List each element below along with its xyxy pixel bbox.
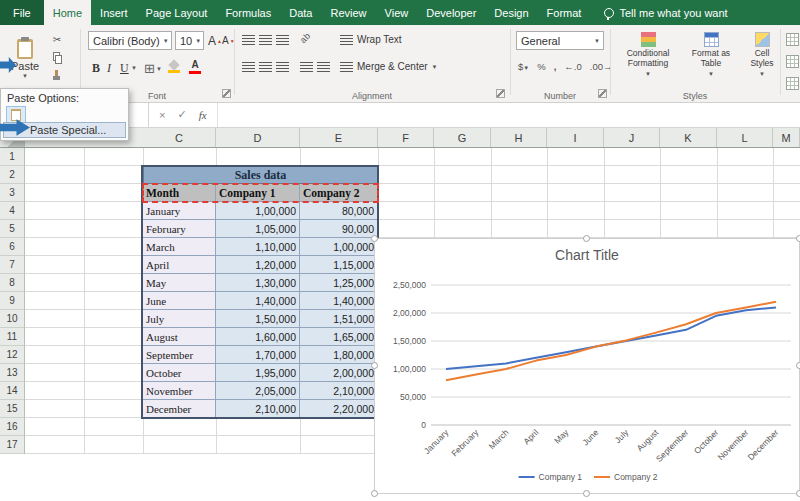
column-header-H[interactable]: H bbox=[491, 128, 547, 147]
tab-developer[interactable]: Developer bbox=[417, 0, 485, 25]
chart-handle-bottom-right[interactable] bbox=[796, 490, 800, 497]
tab-design[interactable]: Design bbox=[485, 0, 537, 25]
italic-button[interactable]: I bbox=[107, 61, 111, 76]
underline-button[interactable]: U bbox=[120, 61, 129, 76]
column-header-G[interactable]: G bbox=[434, 128, 491, 147]
copy-button[interactable] bbox=[48, 50, 66, 65]
row-header-10[interactable]: 10 bbox=[0, 310, 24, 328]
cell-C12[interactable]: September bbox=[143, 346, 216, 364]
delete-cells-icon[interactable] bbox=[786, 55, 799, 68]
column-header-F[interactable]: F bbox=[378, 128, 434, 147]
cell-E12[interactable]: 1,80,000 bbox=[300, 346, 378, 364]
align-right-button[interactable] bbox=[276, 62, 289, 72]
tab-file[interactable]: File bbox=[0, 0, 44, 25]
cell-sales-data-title[interactable]: Sales data bbox=[143, 166, 378, 184]
chart-title[interactable]: Chart Title bbox=[375, 247, 799, 263]
cell-D4[interactable]: 1,00,000 bbox=[216, 202, 300, 220]
tab-review[interactable]: Review bbox=[321, 0, 375, 25]
tab-insert[interactable]: Insert bbox=[91, 0, 137, 25]
cell-E9[interactable]: 1,40,000 bbox=[300, 292, 378, 310]
cell-E13[interactable]: 2,00,000 bbox=[300, 364, 378, 382]
cell-D7[interactable]: 1,20,000 bbox=[216, 256, 300, 274]
fill-color-button[interactable] bbox=[167, 61, 181, 73]
decrease-font-size-button[interactable]: A▼ bbox=[222, 35, 235, 46]
borders-button[interactable]: ⊞▼ bbox=[144, 61, 162, 76]
cut-button[interactable]: ✂ bbox=[48, 32, 66, 47]
number-format-combo[interactable]: General▼ bbox=[516, 31, 604, 50]
row-header-14[interactable]: 14 bbox=[0, 382, 24, 400]
cell-C5[interactable]: February bbox=[143, 220, 216, 238]
column-header-L[interactable]: L bbox=[717, 128, 773, 147]
cell-styles-button[interactable]: Cell Styles ▼ bbox=[742, 30, 782, 96]
conditional-formatting-button[interactable]: Conditional Formatting ▼ bbox=[616, 30, 680, 96]
chart-handle-top-left[interactable] bbox=[371, 235, 378, 242]
cell-E5[interactable]: 90,000 bbox=[300, 220, 378, 238]
column-header-M[interactable]: M bbox=[773, 128, 800, 147]
cell-E7[interactable]: 1,15,000 bbox=[300, 256, 378, 274]
row-header-4[interactable]: 4 bbox=[0, 202, 24, 220]
cell-D14[interactable]: 2,05,000 bbox=[216, 382, 300, 400]
row-header-5[interactable]: 5 bbox=[0, 220, 24, 238]
cell-C10[interactable]: July bbox=[143, 310, 216, 328]
row-header-15[interactable]: 15 bbox=[0, 400, 24, 418]
align-bottom-button[interactable] bbox=[276, 35, 289, 45]
tab-page-layout[interactable]: Page Layout bbox=[137, 0, 217, 25]
cell-C6[interactable]: March bbox=[143, 238, 216, 256]
orientation-button[interactable]: ab bbox=[298, 31, 312, 45]
cell-E6[interactable]: 1,00,000 bbox=[300, 238, 378, 256]
column-header-E[interactable]: E bbox=[300, 128, 378, 147]
alignment-dialog-launcher[interactable] bbox=[496, 89, 505, 98]
insert-cells-icon[interactable] bbox=[786, 33, 799, 46]
row-header-8[interactable]: 8 bbox=[0, 274, 24, 292]
insert-function-button[interactable]: fx bbox=[199, 109, 207, 121]
row-header-16[interactable]: 16 bbox=[0, 418, 24, 436]
merge-center-button[interactable]: Merge & Center ▼ bbox=[340, 61, 438, 72]
row-header-7[interactable]: 7 bbox=[0, 256, 24, 274]
chart-handle-bottom-left[interactable] bbox=[371, 490, 378, 497]
align-center-button[interactable] bbox=[259, 62, 272, 72]
cell-D12[interactable]: 1,70,000 bbox=[216, 346, 300, 364]
cell-D9[interactable]: 1,40,000 bbox=[216, 292, 300, 310]
font-size-combo[interactable]: 10▼ bbox=[175, 31, 204, 50]
row-header-11[interactable]: 11 bbox=[0, 328, 24, 346]
cell-header-month[interactable]: Month bbox=[143, 184, 216, 202]
cell-D5[interactable]: 1,05,000 bbox=[216, 220, 300, 238]
cell-C4[interactable]: January bbox=[143, 202, 216, 220]
tab-view[interactable]: View bbox=[376, 0, 418, 25]
enter-button[interactable]: ✓ bbox=[177, 108, 186, 121]
font-dialog-launcher[interactable] bbox=[222, 89, 231, 98]
cell-C8[interactable]: May bbox=[143, 274, 216, 292]
row-header-1[interactable]: 1 bbox=[0, 148, 24, 166]
align-top-button[interactable] bbox=[242, 35, 255, 45]
increase-font-size-button[interactable]: A▲ bbox=[208, 34, 222, 48]
cell-C13[interactable]: October bbox=[143, 364, 216, 382]
tab-home[interactable]: Home bbox=[44, 0, 91, 25]
wrap-text-button[interactable]: Wrap Text bbox=[340, 34, 402, 45]
paste-option-button[interactable] bbox=[6, 106, 26, 123]
cell-E4[interactable]: 80,000 bbox=[300, 202, 378, 220]
row-header-2[interactable]: 2 bbox=[0, 166, 24, 184]
accounting-format-button[interactable]: $▼ bbox=[518, 61, 529, 72]
cell-D8[interactable]: 1,30,000 bbox=[216, 274, 300, 292]
row-header-9[interactable]: 9 bbox=[0, 292, 24, 310]
row-header-3[interactable]: 3 bbox=[0, 184, 24, 202]
row-header-6[interactable]: 6 bbox=[0, 238, 24, 256]
cell-E11[interactable]: 1,65,000 bbox=[300, 328, 378, 346]
cell-C14[interactable]: November bbox=[143, 382, 216, 400]
row-header-12[interactable]: 12 bbox=[0, 346, 24, 364]
cell-D10[interactable]: 1,50,000 bbox=[216, 310, 300, 328]
cell-header-company-1[interactable]: Company 1 bbox=[216, 184, 300, 202]
cancel-button[interactable]: × bbox=[159, 109, 165, 121]
font-color-button[interactable]: A bbox=[188, 60, 202, 74]
column-header-I[interactable]: I bbox=[547, 128, 604, 147]
cell-C11[interactable]: August bbox=[143, 328, 216, 346]
row-header-13[interactable]: 13 bbox=[0, 364, 24, 382]
format-as-table-button[interactable]: Format as Table ▼ bbox=[684, 30, 738, 96]
chart-handle-top-right[interactable] bbox=[796, 235, 800, 242]
chart-handle-top-center[interactable] bbox=[583, 235, 590, 242]
bold-button[interactable]: B bbox=[92, 61, 100, 76]
chart-handle-bottom-center[interactable] bbox=[583, 490, 590, 497]
comma-style-button[interactable]: , bbox=[554, 61, 557, 72]
underline-dropdown[interactable]: ▼ bbox=[131, 65, 137, 71]
cell-header-company-2[interactable]: Company 2 bbox=[300, 184, 378, 202]
